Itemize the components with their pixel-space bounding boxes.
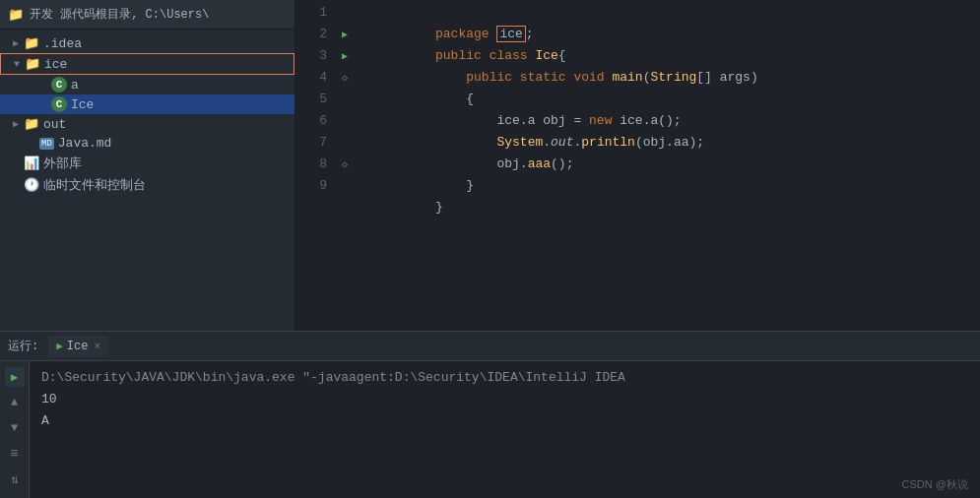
- keyword: package: [435, 27, 496, 41]
- tree-item-ice-folder[interactable]: ▼ 📁 ice: [0, 53, 294, 75]
- filter-button[interactable]: ≡: [5, 444, 25, 464]
- pkg-highlight-box: ice: [496, 26, 525, 42]
- project-folder-icon: 📁: [8, 7, 24, 23]
- run-label: 运行:: [8, 338, 38, 354]
- gutter: ▶ ▶ ◇ ◇: [335, 0, 355, 331]
- gutter-9: [335, 175, 355, 197]
- bottom-tabs: 运行: ▶ Ice ×: [0, 332, 980, 361]
- md-file-icon: MD: [39, 138, 54, 150]
- arrow-icon: ▶: [8, 118, 24, 130]
- temp-icon: 🕐: [24, 177, 39, 193]
- code-lines: package ice; public class Ice{ public st…: [355, 0, 980, 331]
- item-label: Ice: [71, 97, 94, 112]
- item-label: 临时文件和控制台: [43, 176, 146, 194]
- tree-item-temp[interactable]: 🕐 临时文件和控制台: [0, 174, 294, 196]
- scroll-up-button[interactable]: ▲: [5, 393, 25, 412]
- gutter-8: ◇: [335, 154, 355, 175]
- sidebar-header: 📁 开发 源代码根目录, C:\Users\: [0, 0, 294, 30]
- output-line-1: 10: [41, 389, 968, 410]
- java-file-icon: C: [51, 96, 67, 112]
- tree-item-ice-file[interactable]: C Ice: [0, 94, 294, 114]
- scroll-down-button[interactable]: ▼: [5, 418, 25, 438]
- java-file-icon: C: [51, 77, 67, 93]
- arrow-icon: ▶: [8, 37, 24, 49]
- sidebar-title: 开发 源代码根目录, C:\Users\: [30, 6, 209, 23]
- gutter-3: ▶: [335, 45, 355, 67]
- arrow-icon: ▼: [9, 59, 25, 70]
- run-tab-icon: ▶: [56, 340, 63, 352]
- tree-item-java-md[interactable]: MD Java.md: [0, 134, 294, 153]
- sidebar: 📁 开发 源代码根目录, C:\Users\ ▶ 📁 .idea ▼ 📁 ice…: [0, 0, 295, 331]
- play-button[interactable]: ▶: [5, 367, 25, 387]
- item-label: a: [71, 78, 79, 93]
- gutter-7: [335, 132, 355, 154]
- item-label: 外部库: [43, 155, 82, 172]
- gutter-5: [335, 89, 355, 110]
- run-output: D:\Security\JAVA\JDK\bin\java.exe "-java…: [30, 361, 980, 498]
- watermark: CSDN @秋说: [902, 477, 968, 492]
- code-area: 1 2 3 4 5 6 7 8 9 ▶ ▶ ◇ ◇: [295, 0, 980, 331]
- item-label: .idea: [43, 36, 82, 51]
- tree-item-idea[interactable]: ▶ 📁 .idea: [0, 33, 294, 53]
- tab-close-icon[interactable]: ×: [94, 341, 100, 352]
- cmd-line: D:\Security\JAVA\JDK\bin\java.exe "-java…: [41, 367, 968, 389]
- code-editor: 1 2 3 4 5 6 7 8 9 ▶ ▶ ◇ ◇: [295, 0, 980, 331]
- library-icon: 📊: [24, 156, 39, 171]
- tree-item-ext-lib[interactable]: 📊 外部库: [0, 153, 294, 174]
- bottom-content-area: ▶ ▲ ▼ ≡ ⇅ D:\Security\JAVA\JDK\bin\java.…: [0, 361, 980, 498]
- gutter-1: [335, 2, 355, 24]
- run-tab-label: Ice: [67, 340, 89, 353]
- item-label: ice: [44, 57, 67, 72]
- folder-icon: 📁: [25, 56, 40, 72]
- folder-icon: 📁: [24, 116, 39, 132]
- code-line-1: package ice;: [355, 2, 980, 24]
- folder-icon: 📁: [24, 35, 39, 51]
- gutter-2: ▶: [335, 24, 355, 45]
- bottom-toolbar: ▶ ▲ ▼ ≡ ⇅: [0, 361, 30, 498]
- gutter-4: ◇: [335, 67, 355, 89]
- more-button[interactable]: ⇅: [5, 469, 25, 489]
- sidebar-tree: ▶ 📁 .idea ▼ 📁 ice C a C Ice: [0, 30, 294, 331]
- tree-item-a[interactable]: C a: [0, 75, 294, 94]
- output-line-2: A: [41, 410, 968, 432]
- item-label: out: [43, 117, 66, 132]
- gutter-6: [335, 110, 355, 132]
- run-tab[interactable]: ▶ Ice ×: [48, 336, 108, 357]
- tree-item-out[interactable]: ▶ 📁 out: [0, 114, 294, 134]
- line-numbers: 1 2 3 4 5 6 7 8 9: [295, 0, 335, 331]
- item-label: Java.md: [58, 136, 112, 151]
- bottom-panel: 运行: ▶ Ice × ▶ ▲ ▼ ≡ ⇅ D:\Security\JAVA\J…: [0, 331, 980, 498]
